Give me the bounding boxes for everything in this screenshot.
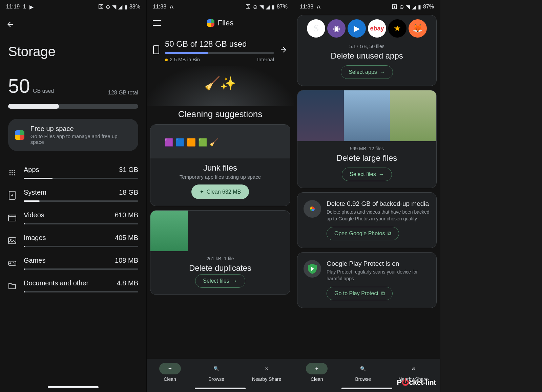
free-up-space-card[interactable]: Free up space Go to Files app to manage … xyxy=(8,119,138,151)
notification-icon: ᐱ xyxy=(170,4,173,10)
sparkle-icon: ✦ xyxy=(200,189,204,195)
mascot-illustration: 🧹✨ xyxy=(147,66,294,106)
backed-up-media-card: Delete 0.92 GB of backed-up media Delete… xyxy=(297,192,437,248)
select-large-files-button[interactable]: Select files → xyxy=(342,168,392,181)
duplicate-thumb xyxy=(150,211,188,251)
category-folder[interactable]: Documents and other4.8 MB xyxy=(8,275,138,297)
wifi-icon: ◥ xyxy=(112,4,116,10)
play-protect-card: Google Play Protect is on Play Protect r… xyxy=(297,252,437,308)
youtube-icon: ▶ xyxy=(29,4,34,10)
svg-rect-11 xyxy=(8,238,16,244)
duplicates-card: 261 kB, 1 file Delete duplicates Select … xyxy=(150,210,290,295)
app-title: Files xyxy=(218,19,233,27)
clean-junk-button[interactable]: ✦ Clean 632 MB xyxy=(191,184,249,199)
usage-label: GB used xyxy=(33,88,54,94)
nav-clean[interactable]: ✦ Clean xyxy=(159,363,181,382)
backed-up-subtitle: Delete photos and videos that have been … xyxy=(327,209,430,222)
notification-icon: 1 xyxy=(23,4,26,10)
files-clean-screen: 11:38 ᐱ ⚿ ⊖ ◥ ◢ ▮ 87% Files 50 GB of 128… xyxy=(147,0,294,392)
battery-pct: 88% xyxy=(129,4,140,10)
category-system[interactable]: System18 GB xyxy=(8,184,138,206)
status-time: 11:38 xyxy=(300,4,313,10)
open-external-icon: ⧉ xyxy=(381,290,385,297)
cleaning-suggestions-title: Cleaning suggestions xyxy=(147,106,294,124)
svg-rect-16 xyxy=(153,46,159,54)
large-file-thumb xyxy=(390,90,436,141)
nav-clean[interactable]: ✦ Clean xyxy=(306,363,328,382)
category-size: 610 MB xyxy=(115,211,138,219)
junk-files-card: 🟪 🟦 🟧 🟩 🧹 Junk files Temporary app files… xyxy=(150,124,290,206)
unused-apps-card: 𝕊 ◉ ▶ ebay ★ 🦊 5.17 GB, 50 files Delete … xyxy=(297,15,437,86)
key-icon: ⚿ xyxy=(246,4,251,10)
arrow-right-icon: → xyxy=(380,69,385,75)
category-name: Documents and other xyxy=(24,279,88,287)
battery-icon: ▮ xyxy=(418,4,421,10)
app-icon: ◉ xyxy=(327,19,346,38)
nav-browse[interactable]: 🔍 Browse xyxy=(206,363,227,382)
files-app-icon xyxy=(207,19,214,27)
nearby-share-icon: ⤭ xyxy=(411,366,415,371)
battery-pct: 87% xyxy=(423,4,434,10)
status-time: 11:38 xyxy=(153,4,166,10)
usage-summary: 50 GB used 128 GB total xyxy=(0,76,146,96)
svg-point-14 xyxy=(13,262,14,263)
shield-icon xyxy=(304,260,321,278)
device-icon xyxy=(153,45,160,57)
battery-pct: 87% xyxy=(277,4,288,10)
category-size: 405 MB xyxy=(115,234,138,242)
apps-icon xyxy=(8,169,16,177)
open-google-photos-button[interactable]: Open Google Photos ⧉ xyxy=(327,227,399,240)
storage-summary-row[interactable]: 50 GB of 128 GB used 2.5 MB in Bin Inter… xyxy=(147,32,294,66)
category-image[interactable]: Images405 MB xyxy=(8,229,138,252)
category-list: Apps31 GBSystem18 GBVideos610 MBImages40… xyxy=(0,161,146,297)
free-up-title: Free up space xyxy=(30,125,131,133)
select-apps-button[interactable]: Select apps → xyxy=(341,65,393,79)
system-icon xyxy=(8,191,16,199)
storage-location: Internal xyxy=(257,57,274,62)
sparkle-icon: ✦ xyxy=(168,366,172,371)
battery-icon: ▮ xyxy=(124,4,127,10)
svg-point-5 xyxy=(14,172,15,173)
category-games[interactable]: Games108 MB xyxy=(8,252,138,275)
category-size: 31 GB xyxy=(119,166,138,174)
storage-bar xyxy=(8,104,138,109)
files-app-icon xyxy=(15,130,24,140)
image-icon xyxy=(8,237,16,245)
folder-search-icon: 🔍 xyxy=(360,366,366,371)
sparkle-icon: ✦ xyxy=(315,366,319,371)
go-to-play-protect-button[interactable]: Go to Play Protect ⧉ xyxy=(327,287,393,300)
junk-title: Junk files xyxy=(157,163,284,173)
key-icon: ⚿ xyxy=(392,4,397,10)
arrow-right-icon[interactable] xyxy=(279,46,288,56)
bottom-nav: ✦ Clean 🔍 Browse ⤭ Nearby Share xyxy=(147,359,294,392)
gesture-nav-indicator xyxy=(48,386,99,388)
storage-settings-screen: 11:19 1 ▶ ⚿ ⊖ ◥ ◢ ▮ 88% Storage 50 GB us… xyxy=(0,0,147,392)
dnd-icon: ⊖ xyxy=(253,4,257,10)
category-movie[interactable]: Videos610 MB xyxy=(8,206,138,229)
battery-icon: ▮ xyxy=(272,4,275,10)
category-apps[interactable]: Apps31 GB xyxy=(8,161,138,184)
nearby-share-icon: ⤭ xyxy=(265,366,269,371)
nav-nearby-share[interactable]: ⤭ Nearby Share xyxy=(252,363,281,382)
select-duplicates-button[interactable]: Select files → xyxy=(195,274,245,288)
category-size: 108 MB xyxy=(115,257,138,264)
dnd-icon: ⊖ xyxy=(106,4,110,10)
category-size: 4.8 MB xyxy=(117,279,138,287)
menu-button[interactable] xyxy=(153,19,161,27)
large-files-info: 599 MB, 12 files xyxy=(304,146,430,151)
nav-browse[interactable]: 🔍 Browse xyxy=(352,363,374,382)
arrow-right-icon: → xyxy=(232,278,237,284)
status-time: 11:19 xyxy=(6,4,20,10)
back-button[interactable] xyxy=(0,14,146,34)
play-protect-subtitle: Play Protect regularly scans your device… xyxy=(327,269,430,282)
large-file-thumbnails xyxy=(297,90,436,141)
key-icon: ⚿ xyxy=(98,4,104,10)
svg-point-0 xyxy=(9,170,11,171)
signal-icon: ◢ xyxy=(412,4,416,10)
large-file-thumb xyxy=(297,90,344,141)
unused-app-icons: 𝕊 ◉ ▶ ebay ★ 🦊 xyxy=(297,15,436,39)
files-header: Files xyxy=(147,14,294,32)
usage-total: 128 GB total xyxy=(108,90,138,96)
play-protect-title: Google Play Protect is on xyxy=(327,260,430,267)
junk-illustration: 🟪 🟦 🟧 🟩 🧹 xyxy=(150,125,290,158)
